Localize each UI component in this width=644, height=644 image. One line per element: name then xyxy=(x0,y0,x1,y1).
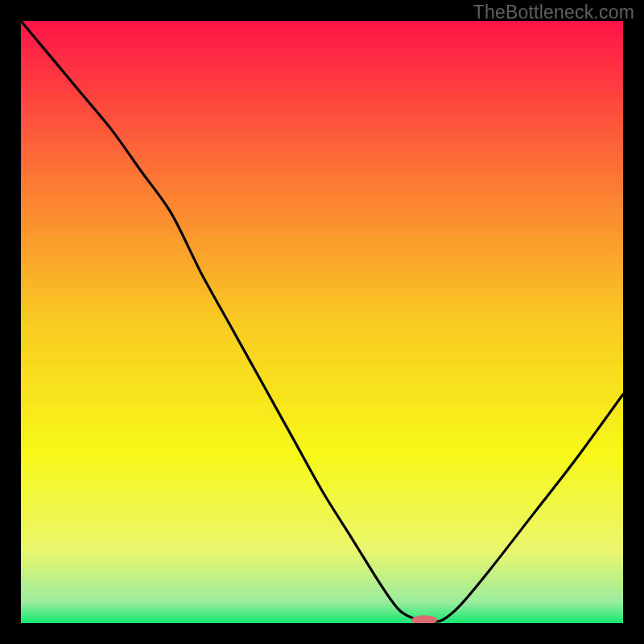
gradient-background xyxy=(21,21,623,623)
watermark-text: TheBottleneck.com xyxy=(473,2,634,23)
chart-frame: TheBottleneck.com xyxy=(0,0,644,644)
plot-area xyxy=(21,21,623,623)
chart-svg xyxy=(21,21,623,623)
